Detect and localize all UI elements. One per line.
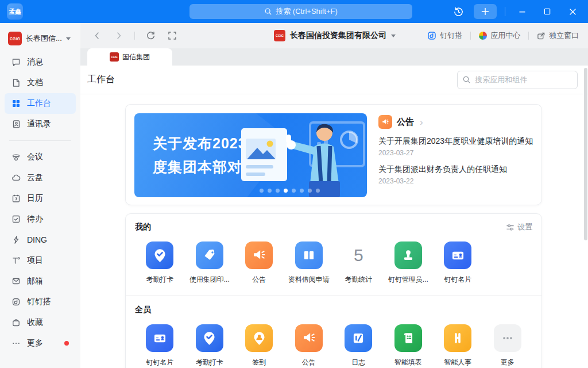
app-tile-attendance[interactable]: 考勤打卡 — [135, 241, 185, 285]
global-search-input[interactable]: 搜索 (Ctrl+Shift+F) — [189, 4, 412, 19]
sidebar-item-label: 通讯录 — [27, 119, 51, 129]
app-tile-signin[interactable]: 签到 — [234, 324, 284, 367]
app-tile-group-seal[interactable]: 使用集团印... — [185, 241, 235, 285]
announcement-item-title: 关于开展集团2023年度职业健康培训的通知 — [378, 136, 533, 147]
carousel-dot[interactable] — [308, 189, 312, 193]
sidebar-item-favorites[interactable]: 收藏 — [5, 312, 76, 333]
close-icon — [569, 8, 577, 16]
search-icon — [462, 75, 471, 84]
banner-illustration — [238, 113, 367, 197]
announcement-card: 关于发布2023年 度集团本部对各... — [125, 104, 542, 205]
sidebar-item-label: 更多 — [27, 338, 43, 348]
sidebar-item-workbench[interactable]: 工作台 — [5, 93, 76, 114]
dingtalk-da-link[interactable]: 钉钉搭 — [427, 30, 462, 41]
megaphone-icon — [295, 324, 323, 352]
carousel-dot[interactable] — [316, 189, 320, 193]
chevron-left-icon — [92, 31, 102, 40]
app-tile-smart-form[interactable]: 智能填表 — [384, 324, 434, 367]
carousel-dot[interactable] — [300, 189, 304, 193]
sidebar-item-messages[interactable]: 消息 — [5, 52, 76, 72]
app-tile-material-borrow[interactable]: 资料借阅申请 — [284, 241, 334, 285]
settings-label: 设置 — [517, 222, 532, 232]
megaphone-icon — [245, 241, 273, 269]
section-divider — [126, 295, 541, 296]
carousel-dot[interactable] — [268, 189, 272, 193]
dingtalk-da-label: 钉钉搭 — [440, 30, 462, 41]
sidebar-item-contacts[interactable]: 通讯录 — [5, 114, 76, 135]
tab-label: 国信集团 — [122, 52, 150, 62]
app-tile-attendance[interactable]: 考勤打卡 — [185, 324, 235, 367]
sidebar-item-dingtalk-da[interactable]: 钉钉搭 — [5, 292, 76, 312]
page-header: 工作台 — [80, 66, 588, 94]
org-selector[interactable]: CGIG 长春国信... — [0, 29, 80, 48]
carousel-dot[interactable] — [292, 189, 296, 193]
back-button[interactable] — [91, 29, 103, 42]
org-logo: CGIG — [274, 30, 285, 41]
app-center-link[interactable]: 应用中心 — [479, 30, 520, 41]
sidebar-item-ding[interactable]: DING — [5, 229, 76, 250]
announcement-item[interactable]: 关于集团派出财务负责人的任职通知 2023-03-22 — [378, 164, 533, 185]
banner-carousel[interactable]: 关于发布2023年 度集团本部对各... — [134, 113, 367, 197]
standalone-window-link[interactable]: 独立窗口 — [537, 30, 579, 41]
scrollbar-thumb[interactable] — [584, 68, 587, 240]
fullscreen-button[interactable] — [166, 29, 179, 42]
org-title-dropdown[interactable]: CGIG 长春国信投资集团有限公司 — [274, 30, 396, 41]
app-tile-attendance-stats[interactable]: 5 考勤统计 — [334, 241, 384, 285]
app-search-input[interactable] — [457, 71, 578, 89]
announcement-header[interactable]: 公告 › — [378, 115, 533, 129]
navbar-separator — [528, 32, 529, 40]
avatar[interactable]: 孟鑫 — [7, 3, 23, 20]
sidebar-item-label: 邮箱 — [27, 276, 43, 286]
close-button[interactable] — [564, 4, 581, 19]
app-tile-dingtalk-admin[interactable]: 钉钉管理员... — [384, 241, 434, 285]
add-button[interactable] — [474, 4, 497, 19]
carousel-dots — [260, 189, 320, 193]
minimize-button[interactable] — [513, 4, 531, 19]
sidebar-item-cloud-drive[interactable]: 云盘 — [5, 167, 76, 188]
app-tile-announcement[interactable]: 公告 — [284, 324, 334, 367]
org-name: 长春国信... — [26, 33, 62, 44]
app-tile-dingtalk-card[interactable]: 钉钉名片 — [135, 324, 185, 367]
sidebar-item-calendar[interactable]: 日历 — [5, 188, 76, 209]
history-button[interactable] — [451, 4, 466, 19]
sidebar-item-meetings[interactable]: 会议 — [5, 147, 76, 167]
sidebar-item-projects[interactable]: 项目 — [5, 250, 76, 271]
sidebar-item-label: 工作台 — [27, 98, 51, 109]
sidebar-item-label: 日历 — [27, 193, 43, 204]
main-area: CGIG 长春国信投资集团有限公司 钉钉搭 应用中心 独立窗口 — [80, 23, 588, 368]
carousel-dot[interactable] — [276, 189, 280, 193]
announcement-item-date: 2023-03-27 — [378, 149, 533, 157]
app-tile-smart-hr[interactable]: 智能人事 — [433, 324, 483, 367]
app-label: 公告 — [252, 275, 266, 285]
seal-tag-icon — [196, 241, 223, 269]
app-tile-announcement[interactable]: 公告 — [234, 241, 284, 285]
announcement-item-title: 关于集团派出财务负责人的任职通知 — [378, 164, 533, 175]
sidebar-item-label: 消息 — [27, 57, 43, 67]
announcement-item[interactable]: 关于开展集团2023年度职业健康培训的通知 2023-03-27 — [378, 136, 533, 157]
dingtalk-da-icon — [427, 31, 436, 40]
carousel-dot[interactable] — [260, 189, 264, 193]
sidebar-item-label: 项目 — [27, 255, 43, 266]
org-logo: CGIG — [8, 32, 22, 45]
app-label: 使用集团印... — [189, 275, 230, 285]
standalone-window-label: 独立窗口 — [549, 30, 579, 41]
app-tile-more[interactable]: 更多 — [483, 324, 533, 367]
settings-button[interactable]: 设置 — [506, 222, 532, 232]
navbar: CGIG 长春国信投资集团有限公司 钉钉搭 应用中心 独立窗口 — [80, 23, 588, 48]
id-card-icon — [444, 241, 471, 269]
sidebar-item-more[interactable]: 更多 — [5, 333, 76, 354]
maximize-button[interactable] — [539, 4, 556, 19]
refresh-button[interactable] — [144, 29, 157, 42]
workbench-content: 关于发布2023年 度集团本部对各... — [80, 94, 588, 368]
sidebar-item-docs[interactable]: 文档 — [5, 72, 76, 93]
tab-guoxin-group[interactable]: CGIG 国信集团 — [87, 48, 172, 66]
sidebar-item-mail[interactable]: 邮箱 — [5, 271, 76, 292]
document-icon — [11, 78, 21, 87]
app-tile-dingtalk-card[interactable]: 钉钉名片 — [433, 241, 483, 285]
history-icon — [453, 6, 464, 17]
carousel-dot-active[interactable] — [284, 189, 288, 193]
sidebar: CGIG 长春国信... 消息 文档 工作台 通讯录 会议 云盘 — [0, 23, 80, 368]
forward-button[interactable] — [113, 29, 125, 42]
app-tile-log[interactable]: 日志 — [334, 324, 384, 367]
sidebar-item-todo[interactable]: 待办 — [5, 209, 76, 229]
